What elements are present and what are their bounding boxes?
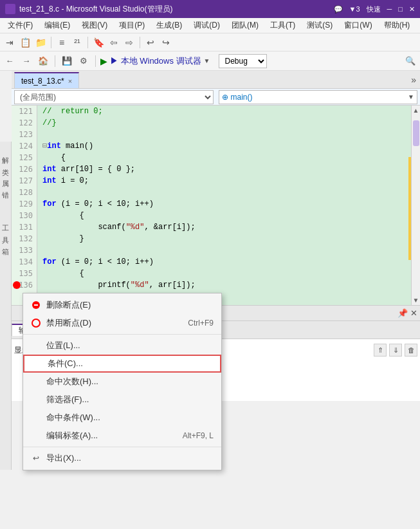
run-dropdown-icon[interactable]: ▼ xyxy=(204,57,210,64)
forward-btn[interactable]: → xyxy=(19,54,33,68)
bottom-icon-bar: ⇑ ⇓ 🗑 xyxy=(374,344,417,357)
tab-bar: test_8_13.c* × » xyxy=(12,71,420,89)
func-select[interactable]: ⊕ main() ▼ xyxy=(219,90,418,104)
config-btn[interactable]: ⚙ xyxy=(77,54,91,68)
ctx-condition[interactable]: 条件(C)... xyxy=(23,355,221,373)
code-line-123 xyxy=(37,129,411,140)
side-btn-1[interactable]: 解 xyxy=(0,147,12,156)
menu-edit[interactable]: 编辑(E) xyxy=(39,19,75,32)
ctx-filter[interactable]: 筛选器(F)... xyxy=(23,391,221,409)
code-line-131: scanf("%d", &arr[i]); xyxy=(37,221,411,233)
toolbar2-sep-1 xyxy=(55,55,55,67)
ctx-edit-label[interactable]: 编辑标签(A)... Alt+F9, L xyxy=(23,427,221,445)
func-dropdown-icon: ▼ xyxy=(408,93,414,100)
line-130: 130 xyxy=(12,210,37,221)
toolbar-btn-2[interactable]: 📋 xyxy=(18,35,32,50)
side-btn-4[interactable]: 错 xyxy=(0,181,12,190)
toolbar-btn-4[interactable]: ≡ xyxy=(55,35,69,50)
toolbar-btn-3[interactable]: 📁 xyxy=(33,35,48,50)
run-label: ▶ 本地 Windows 调试器 xyxy=(110,55,201,67)
ctx-disable-shortcut: Ctrl+F9 xyxy=(188,319,214,328)
side-btn-3[interactable]: 属 xyxy=(0,170,12,179)
toolbar-btn-7[interactable]: ⇦ xyxy=(107,35,121,50)
menu-build[interactable]: 生成(B) xyxy=(151,19,187,32)
code-line-121: // return 0; xyxy=(37,106,411,117)
code-line-127: int i = 0; xyxy=(37,175,411,187)
editor-scrollbar[interactable]: ▲ ▼ xyxy=(411,106,420,305)
line-128: 128 xyxy=(12,187,37,198)
bi-2[interactable]: ⇓ xyxy=(389,344,402,357)
toolbar-btn-6[interactable]: 🔖 xyxy=(91,35,105,50)
toolbar-btn-5[interactable]: ²¹ xyxy=(70,35,84,50)
side-btn-7[interactable]: 箱 xyxy=(0,238,12,247)
vs-icon xyxy=(5,4,15,14)
code-line-136: printf("%d", arr[i]); xyxy=(37,279,411,291)
bi-3[interactable]: 🗑 xyxy=(405,344,417,357)
scope-select[interactable]: (全局范围) xyxy=(14,90,214,104)
search-icon[interactable]: 🔍 xyxy=(403,54,417,68)
filter-icon xyxy=(31,394,41,405)
debug-config-select[interactable]: Debug Release xyxy=(219,54,267,68)
run-button[interactable]: ▶ ▶ 本地 Windows 调试器 xyxy=(100,55,201,67)
line-136-bp[interactable]: 136 xyxy=(12,279,37,291)
location-icon xyxy=(31,340,41,351)
line-numbers: 121 122 123 124 125 126 127 128 129 130 … xyxy=(12,106,37,305)
menu-window[interactable]: 窗口(W) xyxy=(339,19,377,32)
side-btn-5[interactable]: 工 xyxy=(0,215,12,224)
toolbar-sep-2 xyxy=(87,37,88,48)
line-125: 125 xyxy=(12,152,37,163)
tab-close-btn[interactable]: × xyxy=(68,77,72,85)
toolbar-sep-3 xyxy=(140,37,140,48)
ctx-export[interactable]: ↩ 导出(X)... xyxy=(23,449,221,467)
ctx-delete-breakpoint[interactable]: 删除断点(E) xyxy=(23,296,221,314)
disable-bp-icon xyxy=(31,318,41,328)
save-btn[interactable]: 💾 xyxy=(60,54,74,68)
ctx-disable-breakpoint[interactable]: 禁用断点(D) Ctrl+F9 xyxy=(23,314,221,332)
ctx-editlabel-label: 编辑标签(A)... xyxy=(46,430,98,441)
menu-debug[interactable]: 调试(D) xyxy=(188,19,225,32)
toolbar-btn-undo[interactable]: ↩ xyxy=(143,35,158,50)
close-btn[interactable]: ✕ xyxy=(409,5,415,14)
ctx-hit-condition[interactable]: 命中条件(W)... xyxy=(23,409,221,427)
bottom-close-icon[interactable]: ✕ xyxy=(410,308,417,318)
scroll-down-btn[interactable]: ▼ xyxy=(413,297,419,304)
code-line-129: for (i = 0; i < 10; i++) xyxy=(37,198,411,210)
side-btn-2[interactable]: 类 xyxy=(0,158,12,167)
title-bar: test_21_8.c - Microsoft Visual Studio(管理… xyxy=(0,0,420,18)
ctx-location[interactable]: 位置(L)... xyxy=(23,337,221,355)
ctx-location-label: 位置(L)... xyxy=(46,340,80,351)
menu-view[interactable]: 视图(V) xyxy=(77,19,113,32)
toolbar-btn-8[interactable]: ⇨ xyxy=(122,35,136,50)
toolbar-btn-1[interactable]: ⇥ xyxy=(3,35,17,50)
code-line-125: { xyxy=(37,152,411,163)
scroll-up-btn[interactable]: ▲ xyxy=(413,107,419,114)
scroll-thumb[interactable] xyxy=(413,120,419,146)
side-panel-left: 解 类 属 错 工 具 箱 xyxy=(0,142,12,470)
code-line-126: int arr[10] = { 0 }; xyxy=(37,163,411,175)
menu-team[interactable]: 团队(M) xyxy=(226,19,264,32)
toolbar-btn-redo[interactable]: ↪ xyxy=(159,35,173,50)
home-btn[interactable]: 🏠 xyxy=(36,54,50,68)
speed-icon: 快速 xyxy=(367,5,381,14)
menu-test[interactable]: 测试(S) xyxy=(302,19,338,32)
menu-file[interactable]: 文件(F) xyxy=(3,19,38,32)
menu-tools[interactable]: 工具(T) xyxy=(265,19,300,32)
ctx-delete-label: 删除断点(E) xyxy=(46,299,91,311)
minimize-btn[interactable]: ─ xyxy=(387,5,392,13)
side-btn-6[interactable]: 具 xyxy=(0,227,12,236)
code-line-128 xyxy=(37,187,411,198)
chat-icon[interactable]: 💬 xyxy=(334,5,343,14)
ctx-hit-count[interactable]: 命中次数(H)... xyxy=(23,373,221,391)
pin-icon[interactable]: 📌 xyxy=(397,308,408,318)
func-icon: ⊕ xyxy=(222,93,228,102)
tab-scroll-right[interactable]: » xyxy=(407,71,420,88)
maximize-btn[interactable]: □ xyxy=(398,5,403,13)
code-editor[interactable]: // return 0; //} ⊟int main() { int arr[1… xyxy=(37,106,411,305)
menu-project[interactable]: 项目(P) xyxy=(114,19,150,32)
tab-file[interactable]: test_8_13.c* × xyxy=(14,72,79,88)
menu-help[interactable]: 帮助(H) xyxy=(379,19,415,32)
back-btn[interactable]: ← xyxy=(3,54,17,68)
bi-1[interactable]: ⇑ xyxy=(374,344,387,357)
code-line-124: ⊟int main() xyxy=(37,140,411,152)
export-icon: ↩ xyxy=(31,453,41,463)
